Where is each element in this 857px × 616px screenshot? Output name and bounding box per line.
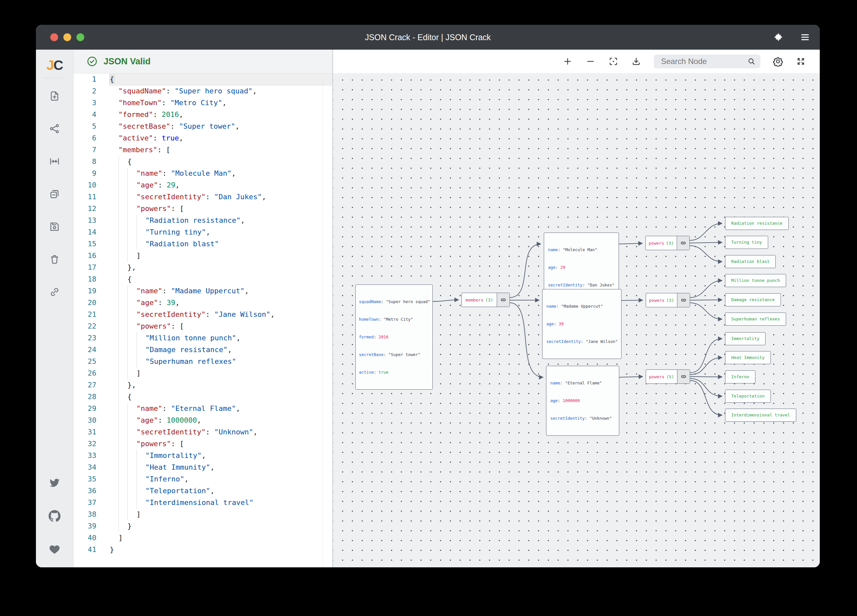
sidebar-divider [44, 78, 65, 78]
graph-node-power[interactable]: Million tonne punch [725, 274, 786, 287]
code-lines: 1{2"squadName": "Super hero squad",3"hom… [73, 73, 332, 556]
save-icon[interactable] [48, 220, 61, 233]
titlebar: JSON Crack - Editor | JSON Crack [36, 25, 820, 50]
graph-toolbar [333, 50, 820, 73]
search-icon[interactable] [747, 57, 756, 66]
graph-node-power[interactable]: Turning tiny [725, 236, 768, 249]
json-valid-label: JSON Valid [104, 57, 150, 67]
graph-node-power[interactable]: Inferno [725, 370, 755, 384]
collapse-link-icon[interactable] [677, 293, 690, 307]
editor-status-bar: JSON Valid [73, 50, 332, 73]
fullscreen-icon[interactable] [796, 56, 806, 67]
extensions-icon[interactable] [773, 33, 783, 42]
graph-pane: squadName: "Super hero squad" homeTown: … [333, 50, 820, 567]
valid-check-icon [87, 56, 97, 67]
graph-canvas[interactable]: squadName: "Super hero squad" homeTown: … [333, 73, 820, 567]
graph-view-icon[interactable] [48, 122, 61, 135]
github-icon[interactable] [48, 510, 61, 522]
graph-node-members[interactable]: members(3) [461, 293, 510, 307]
graph-node-member-madame-uppercut[interactable]: name: "Madame Uppercut" age: 39 secretId… [542, 289, 622, 359]
graph-node-power[interactable]: Interdimensional travel [725, 409, 796, 422]
fit-width-icon[interactable] [48, 155, 61, 167]
graph-node-root[interactable]: squadName: "Super hero squad" homeTown: … [355, 285, 433, 390]
twitter-icon[interactable] [48, 477, 61, 489]
settings-gear-icon[interactable] [773, 56, 783, 67]
new-file-icon[interactable] [48, 90, 61, 102]
jsoncrack-logo[interactable]: JC [46, 57, 63, 73]
graph-node-power[interactable]: Damage resistance [725, 293, 781, 306]
collapse-link-icon[interactable] [677, 236, 690, 250]
graph-node-power[interactable]: Teleportation [725, 390, 771, 403]
graph-node-powers-1[interactable]: powers(3) [645, 236, 690, 250]
zoom-out-icon[interactable] [585, 56, 596, 67]
close-window-button[interactable] [50, 33, 58, 41]
search-node-box [654, 54, 760, 68]
delete-icon[interactable] [48, 253, 61, 266]
maximize-window-button[interactable] [76, 33, 84, 41]
app-window: JSON Crack - Editor | JSON Crack JC [36, 25, 820, 567]
search-node-input[interactable] [661, 57, 747, 66]
share-link-icon[interactable] [48, 286, 61, 298]
download-image-icon[interactable] [631, 56, 642, 67]
zoom-in-icon[interactable] [562, 56, 573, 67]
graph-node-power[interactable]: Radiation resistance [725, 217, 789, 230]
collapse-link-icon[interactable] [497, 293, 509, 307]
graph-node-powers-2[interactable]: powers(3) [646, 293, 690, 307]
collapse-link-icon[interactable] [677, 370, 690, 384]
center-view-icon[interactable] [608, 56, 619, 67]
sponsor-heart-icon[interactable] [48, 543, 61, 556]
traffic-lights [50, 33, 84, 41]
menu-icon[interactable] [800, 33, 810, 42]
graph-node-power[interactable]: Heat Immunity [725, 351, 771, 364]
copy-icon[interactable] [48, 188, 61, 200]
sidebar: JC [36, 50, 73, 567]
json-code-editor[interactable]: 1{2"squadName": "Super hero squad",3"hom… [73, 73, 332, 567]
minimize-window-button[interactable] [63, 33, 71, 41]
graph-node-power[interactable]: Radiation blast [725, 255, 776, 268]
window-title: JSON Crack - Editor | JSON Crack [36, 33, 820, 42]
graph-node-power[interactable]: Superhuman reflexes [725, 313, 786, 326]
editor-pane: JSON Valid 1{2"squadName": "Super hero s… [73, 50, 332, 567]
graph-node-power[interactable]: Immortality [725, 332, 766, 345]
graph-node-powers-3[interactable]: powers(5) [646, 369, 690, 384]
graph-node-member-eternal-flame[interactable]: name: "Eternal Flame" age: 1000000 secre… [546, 366, 619, 436]
